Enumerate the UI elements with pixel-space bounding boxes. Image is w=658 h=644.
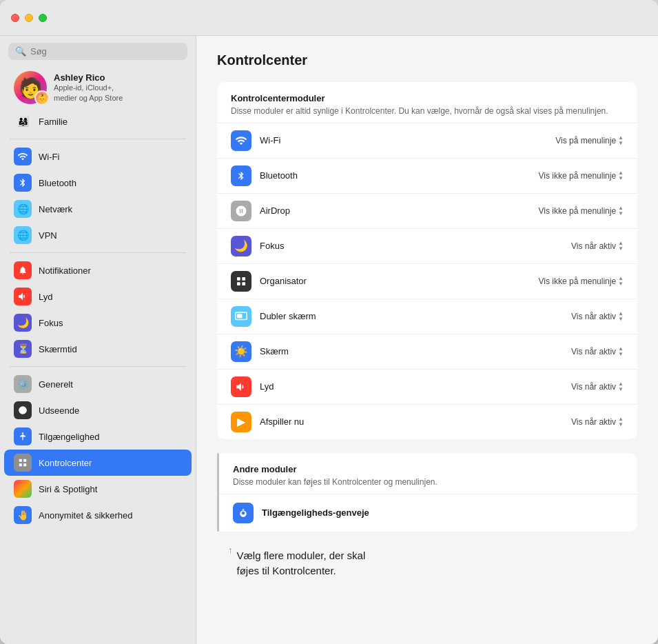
sidebar-item-udseende[interactable]: Udseende [4, 397, 192, 423]
module-value-wifi: Vis på menulinje [555, 136, 616, 145]
module-bluetooth-icon [231, 165, 251, 186]
user-sub: Apple-id, iCloud+,medier og App Store [54, 83, 182, 103]
dropdown-arrows-wifi: ▲▼ [618, 135, 624, 146]
sidebar-item-notifikationer[interactable]: Notifikationer [4, 257, 192, 283]
tilg-icon [233, 503, 254, 523]
search-bar[interactable]: 🔍 [8, 43, 187, 60]
anonymitet-icon: 🤚 [14, 506, 32, 524]
module-dropdown-lyd[interactable]: Vis når aktiv ▲▼ [571, 381, 624, 392]
svg-rect-4 [19, 463, 22, 466]
tooltip-area: ↑ Vælg flere moduler, der skalføjes til … [217, 543, 637, 579]
module-dropdown-afspiller[interactable]: Vis når aktiv ▲▼ [571, 416, 624, 427]
andre-label-tilg: Tilgængeligheds-genveje [262, 507, 369, 518]
sidebar-label-notifikationer: Notifikationer [39, 265, 91, 276]
dropdown-arrows-airdrop: ▲▼ [618, 205, 624, 217]
familie-icon: 👨‍👩‍👧 [14, 112, 32, 130]
svg-point-12 [243, 509, 244, 510]
sidebar: 🔍 🧑 👶 Ashley Rico Apple-id, iCloud+,medi… [0, 36, 196, 644]
bluetooth-icon [14, 174, 32, 192]
sidebar-label-wifi: Wi-Fi [39, 152, 59, 162]
sidebar-item-vpn[interactable]: 🌐 VPN [4, 222, 192, 248]
divider-2 [10, 252, 186, 253]
svg-point-1 [22, 432, 23, 434]
module-dropdown-skaerm[interactable]: Vis når aktiv ▲▼ [571, 346, 624, 357]
sidebar-item-lyd[interactable]: Lyd [4, 283, 192, 310]
sidebar-item-wifi[interactable]: Wi-Fi [4, 143, 192, 170]
svg-rect-6 [237, 277, 240, 281]
module-wifi-icon [231, 130, 251, 151]
module-label-organisator: Organisator [260, 276, 531, 286]
dropdown-arrows-lyd: ▲▼ [618, 381, 624, 392]
sidebar-label-bluetooth: Bluetooth [39, 178, 76, 188]
sidebar-label-vpn: VPN [39, 230, 57, 241]
tilgaengelighed-icon [14, 427, 32, 445]
page-title: Kontrolcenter [217, 52, 637, 68]
sidebar-item-generelt[interactable]: ⚙️ Generelt [4, 371, 192, 397]
svg-rect-3 [23, 459, 26, 462]
sidebar-label-anonymitet: Anonymitet & sikkerhed [39, 510, 133, 521]
sidebar-item-tilgaengelighed[interactable]: Tilgængelighed [4, 423, 192, 450]
andre-section-wrap: Andre moduler Disse moduler kan føjes ti… [217, 453, 637, 532]
sidebar-item-netvaerk[interactable]: 🌐 Netværk [4, 196, 192, 222]
module-label-dubler: Dubler skærm [260, 311, 563, 321]
skaermtid-icon: ⏳ [14, 340, 32, 358]
vpn-icon: 🌐 [14, 226, 32, 244]
search-icon: 🔍 [15, 46, 26, 57]
module-label-fokus: Fokus [260, 241, 563, 251]
sidebar-label-lyd: Lyd [39, 292, 52, 302]
module-dropdown-airdrop[interactable]: Vis ikke på menulinje ▲▼ [539, 205, 624, 217]
user-profile[interactable]: 🧑 👶 Ashley Rico Apple-id, iCloud+,medier… [4, 67, 192, 108]
dropdown-arrows-dubler: ▲▼ [618, 311, 624, 322]
user-info: Ashley Rico Apple-id, iCloud+,medier og … [54, 72, 182, 103]
module-dropdown-organisator[interactable]: Vis ikke på menulinje ▲▼ [539, 276, 624, 287]
svg-rect-9 [242, 282, 245, 285]
svg-point-0 [19, 406, 27, 414]
notifikationer-icon [14, 261, 32, 279]
divider-1 [10, 139, 186, 139]
module-row-afspiller: ▶ Afspiller nu Vis når aktiv ▲▼ [217, 404, 637, 439]
search-input[interactable] [30, 46, 181, 57]
maximize-button[interactable] [39, 14, 47, 22]
module-dubler-icon [231, 306, 251, 327]
sidebar-item-skaermtid[interactable]: ⏳ Skærmtid [4, 336, 192, 362]
dropdown-arrows-bluetooth: ▲▼ [618, 170, 624, 181]
close-button[interactable] [11, 14, 19, 22]
module-label-airdrop: AirDrop [260, 205, 531, 216]
module-airdrop-icon [231, 201, 251, 221]
module-row-wifi: Wi-Fi Vis på menulinje ▲▼ [217, 123, 637, 158]
andre-header: Andre moduler Disse moduler kan føjes ti… [219, 453, 637, 494]
wifi-icon [14, 148, 32, 165]
module-label-lyd: Lyd [260, 381, 563, 392]
dropdown-arrows-fokus: ▲▼ [618, 241, 624, 252]
netvaerk-icon: 🌐 [14, 200, 32, 218]
sidebar-item-siri[interactable]: Siri & Spotlight [4, 476, 192, 502]
module-dropdown-wifi[interactable]: Vis på menulinje ▲▼ [555, 135, 624, 146]
module-fokus-icon: 🌙 [231, 236, 251, 256]
module-dropdown-dubler[interactable]: Vis når aktiv ▲▼ [571, 311, 624, 322]
sidebar-item-bluetooth[interactable]: Bluetooth [4, 170, 192, 196]
module-skaerm-icon: ☀️ [231, 341, 251, 362]
sidebar-item-familie[interactable]: 👨‍👩‍👧 Familie [4, 108, 192, 134]
generelt-icon: ⚙️ [14, 375, 32, 393]
minimize-button[interactable] [25, 14, 33, 22]
tooltip-text: Vælg flere moduler, der skalføjes til Ko… [237, 548, 366, 579]
module-label-afspiller: Afspiller nu [260, 416, 563, 427]
sidebar-item-kontrolcenter[interactable]: Kontrolcenter [4, 450, 192, 476]
module-dropdown-fokus[interactable]: Vis når aktiv ▲▼ [571, 241, 624, 252]
module-row-bluetooth: Bluetooth Vis ikke på menulinje ▲▼ [217, 158, 637, 193]
module-row-skaerm: ☀️ Skærm Vis når aktiv ▲▼ [217, 334, 637, 369]
module-row-organisator: Organisator Vis ikke på menulinje ▲▼ [217, 263, 637, 299]
module-afspiller-icon: ▶ [231, 412, 251, 432]
siri-icon [14, 480, 32, 498]
titlebar [0, 0, 658, 36]
lyd-icon [14, 288, 32, 305]
svg-rect-11 [237, 314, 243, 318]
sidebar-label-siri: Siri & Spotlight [39, 484, 97, 494]
sidebar-item-fokus[interactable]: 🌙 Fokus [4, 310, 192, 336]
sidebar-label-fokus: Fokus [39, 318, 63, 328]
module-dropdown-bluetooth[interactable]: Vis ikke på menulinje ▲▼ [539, 170, 624, 181]
module-lyd-icon [231, 376, 251, 397]
sidebar-item-anonymitet[interactable]: 🤚 Anonymitet & sikkerhed [4, 502, 192, 528]
dropdown-arrows-skaerm: ▲▼ [618, 346, 624, 357]
module-value-skaerm: Vis når aktiv [571, 347, 616, 356]
